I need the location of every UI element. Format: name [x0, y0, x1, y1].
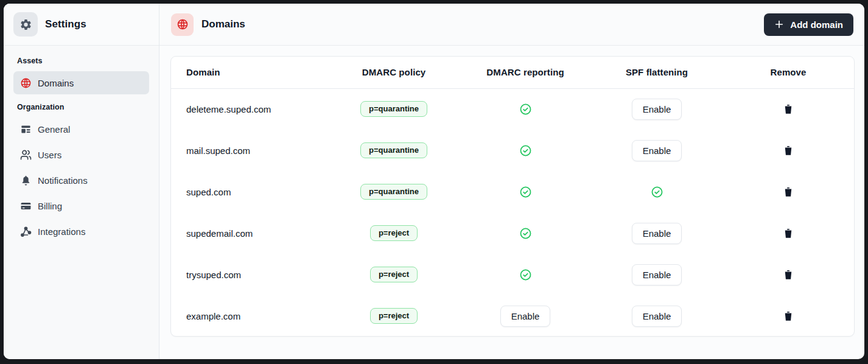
table-row: trysuped.com p=reject Enable Enable: [171, 254, 854, 295]
add-domain-button-label: Add domain: [790, 19, 843, 30]
page-title: Domains: [201, 18, 245, 30]
column-header-domain: Domain: [171, 57, 328, 88]
globe-icon: [20, 77, 32, 89]
dmarc-policy-badge: p=quarantine: [360, 101, 427, 117]
domain-name: supedemail.com: [186, 228, 253, 239]
column-header-spf-flattening: SPF flattening: [591, 57, 723, 88]
sidebar-nav: Assets Domains Organization General: [4, 46, 159, 262]
dmarc-reporting-cell: Enable: [460, 88, 591, 130]
main-area: Domains Add domain Domain DM: [159, 4, 864, 359]
credit-card-icon: [20, 200, 32, 212]
table-row: deleteme.suped.com p=quarantine Enable E…: [171, 88, 854, 130]
delete-domain-button[interactable]: [783, 228, 794, 239]
dmarc-reporting-check-circle-icon: [519, 227, 532, 240]
domain-name: deleteme.suped.com: [186, 104, 271, 114]
remove-cell: [723, 295, 854, 337]
sidebar-header: Settings: [4, 4, 159, 46]
table-row: suped.com p=quarantine Enable Enable: [171, 171, 854, 212]
spf-flattening-cell: Enable: [591, 130, 723, 171]
sidebar-item-notifications[interactable]: Notifications: [13, 169, 149, 192]
spf-flattening-cell: Enable: [591, 254, 723, 295]
remove-cell: [723, 88, 854, 130]
panel-icon: [20, 124, 32, 135]
dmarc-reporting-cell: Enable: [460, 295, 591, 337]
dmarc-reporting-cell: Enable: [460, 171, 591, 212]
globe-icon: [171, 13, 194, 36]
spf-flattening-check-circle-icon: [651, 186, 663, 198]
domains-table: Domain DMARC policy DMARC reporting SPF …: [171, 57, 854, 337]
delete-domain-button[interactable]: [783, 103, 794, 115]
gear-icon: [13, 12, 38, 37]
table-row: example.com p=reject Enable Enable: [171, 295, 854, 337]
spf-flattening-cell: Enable: [591, 171, 723, 212]
dmarc-reporting-check-circle-icon: [519, 103, 532, 116]
section-label-assets: Assets: [17, 57, 149, 65]
remove-cell: [723, 212, 854, 254]
spf-flattening-enable-button[interactable]: Enable: [632, 99, 682, 120]
remove-cell: [723, 171, 854, 212]
table-header-row: Domain DMARC policy DMARC reporting SPF …: [171, 57, 854, 88]
main-header: Domains Add domain: [159, 4, 864, 46]
sidebar-item-integrations[interactable]: Integrations: [13, 220, 149, 243]
sidebar-item-users[interactable]: Users: [13, 143, 149, 166]
spf-flattening-enable-button[interactable]: Enable: [632, 140, 682, 161]
dmarc-policy-cell: p=reject: [328, 212, 460, 254]
dmarc-policy-badge: p=reject: [370, 267, 418, 282]
spf-flattening-cell: Enable: [591, 88, 723, 130]
table-row: supedemail.com p=reject Enable Enable: [171, 212, 854, 254]
domain-cell: example.com: [171, 295, 328, 337]
column-header-remove: Remove: [723, 57, 854, 88]
nav-section-assets: Assets Domains: [13, 57, 149, 94]
remove-cell: [723, 130, 854, 171]
content: Domain DMARC policy DMARC reporting SPF …: [159, 46, 864, 359]
dmarc-reporting-check-circle-icon: [519, 268, 532, 281]
domain-cell: deleteme.suped.com: [171, 88, 328, 130]
dmarc-policy-badge: p=quarantine: [360, 184, 427, 200]
plus-icon: [774, 19, 784, 29]
domain-cell: suped.com: [171, 171, 328, 212]
delete-domain-button[interactable]: [783, 145, 794, 156]
domain-cell: supedemail.com: [171, 212, 328, 254]
dmarc-policy-badge: p=reject: [370, 225, 418, 241]
dmarc-policy-cell: p=reject: [328, 295, 460, 337]
sidebar: Settings Assets Domains Organization: [4, 4, 159, 359]
sidebar-item-label: Users: [38, 150, 61, 160]
dmarc-policy-cell: p=quarantine: [328, 88, 460, 130]
spf-flattening-enable-button[interactable]: Enable: [632, 264, 682, 285]
sidebar-item-domains[interactable]: Domains: [13, 71, 149, 94]
dmarc-reporting-cell: Enable: [460, 130, 591, 171]
dmarc-reporting-cell: Enable: [460, 212, 591, 254]
spf-flattening-enable-button[interactable]: Enable: [632, 223, 682, 244]
dmarc-reporting-enable-button[interactable]: Enable: [500, 306, 551, 327]
spf-flattening-cell: Enable: [591, 212, 723, 254]
dmarc-policy-cell: p=quarantine: [328, 171, 460, 212]
table-row: mail.suped.com p=quarantine Enable Enabl…: [171, 130, 854, 171]
sidebar-item-billing[interactable]: Billing: [13, 194, 149, 217]
spf-flattening-enable-button[interactable]: Enable: [632, 306, 682, 327]
domain-name: trysuped.com: [186, 270, 241, 280]
dmarc-reporting-check-circle-icon: [519, 186, 532, 198]
sidebar-item-general[interactable]: General: [13, 117, 149, 141]
domain-name: example.com: [186, 311, 240, 321]
spf-flattening-cell: Enable: [591, 295, 723, 337]
sidebar-item-label: Domains: [38, 78, 74, 88]
dmarc-reporting-check-circle-icon: [519, 144, 532, 157]
domain-cell: mail.suped.com: [171, 130, 328, 171]
domains-table-body: deleteme.suped.com p=quarantine Enable E…: [171, 88, 854, 337]
sidebar-item-label: General: [38, 124, 70, 135]
delete-domain-button[interactable]: [783, 269, 794, 281]
column-header-dmarc-policy: DMARC policy: [328, 57, 460, 88]
app-title: Settings: [45, 18, 86, 30]
delete-domain-button[interactable]: [783, 186, 794, 198]
delete-domain-button[interactable]: [783, 310, 794, 322]
dmarc-policy-cell: p=quarantine: [328, 130, 460, 171]
column-header-dmarc-reporting: DMARC reporting: [460, 57, 591, 88]
remove-cell: [723, 254, 854, 295]
domain-cell: trysuped.com: [171, 254, 328, 295]
integrations-icon: [20, 226, 32, 237]
domains-table-card: Domain DMARC policy DMARC reporting SPF …: [170, 56, 855, 337]
add-domain-button[interactable]: Add domain: [764, 13, 853, 36]
dmarc-policy-cell: p=reject: [328, 254, 460, 295]
domain-name: suped.com: [186, 187, 231, 197]
dmarc-policy-badge: p=quarantine: [360, 142, 427, 158]
